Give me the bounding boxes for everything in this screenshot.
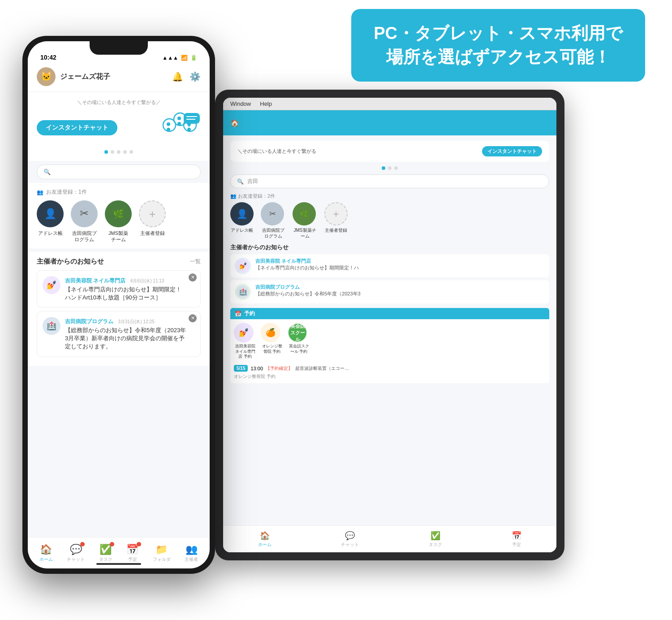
tablet-nav-task[interactable]: ✅ タスク — [429, 531, 442, 548]
notif-card-1[interactable]: ✕ 🏥 吉田病院プログラム 3月31日(木) 12:25 — [37, 311, 201, 357]
tablet-notif-content-0: 吉田美容院 ネイル専門店 【ネイル専門店向けのお知らせ】期間限定！ハ — [255, 258, 545, 271]
notif-sender-line-1: 吉田病院プログラム 3月31日(木) 12:25 — [65, 317, 195, 325]
nav-task[interactable]: ✅ タスク — [99, 544, 112, 563]
chat-icon: 💬 — [345, 531, 355, 541]
tablet-notif-item-1[interactable]: 🏥 吉田病院プログラム 【総務部からのお知らせ】令和5年度（2023年3 — [230, 280, 549, 303]
tablet-friend-name-3: 主催者登録 — [324, 227, 348, 233]
tablet-banner: ＼その場にいる人達と今すぐ繋がる インスタントチャット — [230, 141, 549, 162]
schedule-icon: 📅 — [512, 531, 521, 541]
tablet-res-name-0: 吉田美容院 ネイル専門店 予約 — [234, 344, 256, 360]
bubble-text-line1: PC・タブレット・スマホ利用で — [374, 22, 623, 45]
phone-device: 10:42 ▲▲▲ 📶 🔋 🐱 ジェームズ花子 🔔 ⚙️ — [22, 36, 215, 574]
nav-task-label: タスク — [99, 556, 112, 563]
status-time: 10:42 — [40, 54, 56, 61]
tablet-banner-text: ＼その場にいる人達と今すぐ繋がる — [237, 148, 316, 155]
tablet-res-name-2: 英会話スクール 予約 — [288, 344, 310, 354]
tablet-app-header: 🏠 — [223, 110, 556, 135]
tablet-notif-msg-0: 【ネイル専門店向けのお知らせ】期間限定！ハ — [255, 264, 363, 271]
friend-addressbook[interactable]: 👤 アドレス帳 — [37, 200, 64, 243]
tablet-notif-msg-1: 【総務部からのお知らせ】令和5年度（2023年3 — [255, 290, 363, 297]
banner-left: インスタントチャット — [37, 120, 160, 135]
dot-active — [382, 166, 385, 170]
dot-0 — [104, 150, 108, 154]
notif-more-link[interactable]: 一覧 — [190, 258, 201, 265]
calendar-icon: 📅 — [235, 311, 241, 317]
notif-card-0[interactable]: ✕ 💅 吉田美容院 ネイル専門店 4月6日(水) 11:13 — [37, 270, 201, 308]
tablet-friend-register[interactable]: ＋ 主催者登録 — [324, 202, 348, 239]
home-nav-icon: 🏠 — [40, 544, 52, 555]
tablet-friend-yoshida[interactable]: ✂ 吉田病院プログラム — [261, 202, 285, 239]
feature-bubble: PC・タブレット・スマホ利用で 場所を選ばずアクセス可能！ — [351, 9, 645, 82]
nav-schedule-label: 予定 — [128, 556, 137, 563]
notif-sender-1: 吉田病院プログラム — [65, 318, 113, 325]
svg-text:🏥: 🏥 — [239, 288, 247, 296]
task-icon: ✅ — [431, 531, 440, 541]
phone-screen: 10:42 ▲▲▲ 📶 🔋 🐱 ジェームズ花子 🔔 ⚙️ — [28, 41, 210, 568]
tablet-header-icon: 🏠 — [230, 119, 239, 127]
friend-jms[interactable]: 🌿 JMS製薬 チーム — [105, 200, 132, 243]
notif-close-1[interactable]: ✕ — [189, 314, 197, 322]
svg-marker-20 — [187, 124, 191, 127]
friend-yoshida[interactable]: ✂ 吉田病院プ ログラム — [71, 200, 98, 243]
notif-card-top-0: 💅 吉田美容院 ネイル専門店 4月6日(水) 11:13 【ネイル専門店向けのお… — [43, 276, 195, 302]
organizer-nav-icon: 👥 — [185, 544, 198, 555]
tablet-res-english[interactable]: 英会話スクール 英会話スクール 予約 — [288, 323, 310, 360]
phone-notch — [90, 41, 148, 55]
tablet-friends-row: 👤 アドレス帳 ✂ 吉田病院プログラム — [230, 202, 549, 239]
nav-schedule[interactable]: 📅 予定 — [126, 544, 138, 563]
svg-text:✂: ✂ — [269, 209, 276, 218]
appointment-status: 【予約確定】 — [266, 365, 293, 372]
menu-window[interactable]: Window — [230, 100, 251, 107]
tablet-friend-addressbook[interactable]: 👤 アドレス帳 — [230, 202, 254, 239]
settings-icon[interactable]: ⚙️ — [190, 71, 201, 82]
banner-subtitle: ＼その場にいる人達と今すぐ繋がる／ — [37, 99, 201, 106]
tablet-search-value: 吉田 — [247, 178, 258, 185]
tablet-friend-jms[interactable]: 🌿 JMS製薬チーム — [293, 202, 317, 239]
nav-chat[interactable]: 💬 チャット — [67, 544, 85, 563]
dot-2 — [394, 166, 398, 170]
wifi-icon: 📶 — [181, 55, 188, 61]
notif-msg1-line2: 3月卒業）新卒者向けの病院見学会の開催を予 — [65, 335, 185, 342]
tablet-friends-label: 👥 お友達登録：2件 — [230, 193, 549, 199]
tablet-body: Window Help 🏠 ＼その場にいる人達と今すぐ繋がる インスタントチャッ… — [215, 90, 564, 560]
bubble-text-line2: 場所を選ばずアクセス可能！ — [374, 45, 623, 69]
instant-chat-button[interactable]: インスタントチャット — [37, 120, 117, 135]
notif-msg1-line3: 定しております。 — [65, 343, 112, 350]
yoshida-avatar: ✂ — [71, 200, 98, 227]
tab-task-label: タスク — [429, 542, 442, 548]
tablet-nav-home[interactable]: 🏠 ホーム — [258, 531, 271, 548]
nav-home[interactable]: 🏠 ホーム — [39, 544, 53, 563]
nav-folder[interactable]: 📁 フォルダ — [153, 544, 171, 563]
tablet-search[interactable]: 🔍 吉田 — [230, 174, 549, 188]
tablet-res-row: 💅 吉田美容院 ネイル専門店 予約 🍊 オレンジ整骨院 予約 英会話スクー — [234, 323, 546, 360]
chat-badge — [80, 542, 85, 546]
svg-point-18 — [187, 128, 191, 131]
bell-icon[interactable]: 🔔 — [172, 71, 183, 82]
friends-count: お友達登録：2件 — [238, 193, 275, 199]
menu-help[interactable]: Help — [260, 100, 272, 107]
tablet-bottom-nav: 🏠 ホーム 💬 チャット ✅ タスク 📅 予定 — [223, 525, 556, 552]
nav-folder-label: フォルダ — [153, 556, 171, 563]
tablet-res-nail[interactable]: 💅 吉田美容院 ネイル専門店 予約 — [234, 323, 256, 360]
notif-card-top-1: 🏥 吉田病院プログラム 3月31日(木) 12:25 【総務部からのお知らせ】令… — [43, 317, 195, 351]
notif-close-0[interactable]: ✕ — [189, 273, 197, 282]
task-nav-icon: ✅ — [99, 544, 112, 555]
friend-name-2: JMS製薬 チーム — [105, 230, 132, 243]
tablet-res-orange[interactable]: 🍊 オレンジ整骨院 予約 — [261, 323, 283, 360]
friends-people-icon: 👥 — [37, 189, 43, 195]
tablet-nav-schedule[interactable]: 📅 予定 — [512, 531, 521, 548]
tablet-notif-item-0[interactable]: 💅 吉田美容院 ネイル専門店 【ネイル専門店向けのお知らせ】期間限定！ハ — [230, 254, 549, 277]
appointment-clinic: オレンジ整骨院 予約 — [234, 373, 546, 380]
tablet-notif-sender-0: 吉田美容院 ネイル専門店 — [255, 258, 545, 264]
nav-organizer-label: 主催者 — [185, 556, 198, 563]
tablet-instant-chat-btn[interactable]: インスタントチャット — [482, 146, 542, 156]
banner-chat-icon — [160, 109, 201, 146]
tablet-notifications: 主催者からのお知らせ 💅 吉田美容院 ネイル専門店 【ネイル専門店向けのお知らせ… — [230, 243, 549, 303]
tablet-friends-section: 👥 お友達登録：2件 👤 アドレス帳 — [230, 193, 549, 239]
notif-info-0: 吉田美容院 ネイル専門店 4月6日(水) 11:13 【ネイル専門店向けのお知ら… — [65, 276, 195, 302]
friend-add[interactable]: ＋ 主催者登録 — [139, 200, 166, 243]
phone-search[interactable]: 🔍 — [37, 165, 201, 179]
nav-organizer[interactable]: 👥 主催者 — [185, 544, 198, 563]
tablet-nav-chat[interactable]: 💬 チャット — [341, 531, 359, 548]
notif-avatar-1: 🏥 — [43, 317, 60, 335]
